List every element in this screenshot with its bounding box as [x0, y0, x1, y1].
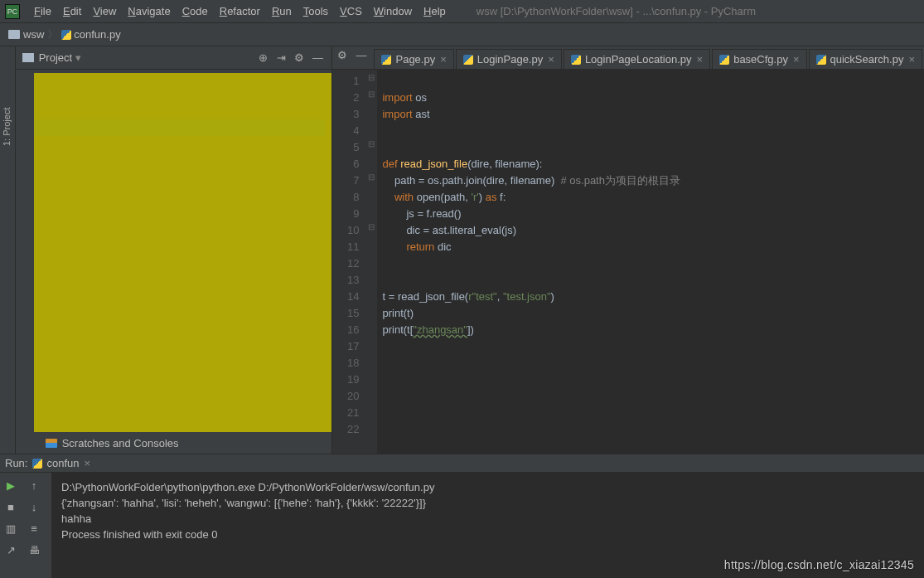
menu-help[interactable]: Help: [418, 5, 452, 17]
menubar: PC FileEditViewNavigateCodeRefactorRunTo…: [0, 0, 924, 23]
gear-icon[interactable]: ⚙: [292, 51, 307, 64]
python-file-icon: [719, 55, 729, 65]
collapse-icon[interactable]: ⇥: [273, 51, 288, 64]
code-area[interactable]: import os import ast def read_json_file(…: [377, 70, 924, 454]
menu-refactor[interactable]: Refactor: [214, 5, 266, 17]
tree-blurred-content: [34, 73, 332, 432]
step-up-icon[interactable]: ↑: [27, 478, 41, 493]
folder-icon: [22, 53, 34, 62]
python-file-icon: [463, 55, 473, 65]
close-icon[interactable]: ×: [85, 457, 91, 469]
project-tool-tab[interactable]: 1: Project: [2, 108, 12, 146]
gear-icon[interactable]: ⚙: [337, 49, 351, 61]
menu-vcs[interactable]: VCS: [334, 5, 368, 17]
hide-icon[interactable]: —: [310, 51, 325, 64]
python-file-icon: [61, 30, 71, 40]
editor-body[interactable]: 12345678910111213141516171819202122 ⊟⊟⊟⊟…: [332, 70, 924, 454]
watermark: https://blog.csdn.net/c_xiazai12345: [724, 558, 914, 571]
project-panel: Project ▾ ⊕ ⇥ ⚙ — Scratches and Consoles: [16, 46, 333, 454]
project-tree[interactable]: [16, 70, 332, 432]
stop-icon[interactable]: ■: [3, 499, 18, 514]
rerun-icon[interactable]: ▶: [3, 478, 18, 493]
window-title: wsw [D:\PythonWorkFolder\wsw] - ...\conf…: [477, 5, 756, 17]
python-file-icon: [571, 55, 581, 65]
export-icon[interactable]: ↗: [3, 542, 18, 557]
run-tab[interactable]: confun ×: [27, 457, 95, 469]
breadcrumb-file[interactable]: confun.py: [74, 28, 120, 41]
minimize-icon[interactable]: —: [356, 49, 369, 61]
run-toolbar: Run: confun ×: [0, 454, 924, 472]
tab-quicksearch[interactable]: quickSearch.py×: [809, 49, 922, 69]
close-icon[interactable]: ×: [440, 53, 447, 66]
editor-area: ⚙ — Page.py×LoginPage.py×LoginPageLocati…: [332, 46, 924, 454]
step-down-icon[interactable]: ↓: [27, 499, 41, 514]
tab-page[interactable]: Page.py×: [374, 49, 453, 69]
python-file-icon: [381, 55, 391, 65]
run-tools: ▶ ↑ ■ ↓ ▥ ≡ ↗ 🖶: [0, 473, 51, 578]
print-icon[interactable]: 🖶: [27, 542, 41, 557]
editor-tabs: ⚙ — Page.py×LoginPage.py×LoginPageLocati…: [332, 46, 924, 70]
tab-loginpagelocation[interactable]: LoginPageLocation.py×: [564, 49, 710, 69]
close-icon[interactable]: ×: [697, 53, 704, 66]
scratches-icon: [46, 439, 57, 448]
left-tool-strip[interactable]: 1: Project: [0, 46, 16, 454]
run-label: Run:: [5, 457, 27, 469]
python-file-icon: [32, 459, 42, 469]
menu-tools[interactable]: Tools: [298, 5, 334, 17]
menu-navigate[interactable]: Navigate: [122, 5, 176, 17]
menu-file[interactable]: File: [28, 5, 57, 17]
close-icon[interactable]: ×: [908, 53, 915, 66]
chevron-down-icon[interactable]: ▾: [75, 51, 81, 64]
project-panel-header: Project ▾ ⊕ ⇥ ⚙ —: [16, 46, 332, 70]
python-file-icon: [816, 55, 826, 65]
folder-icon: [8, 30, 20, 39]
close-icon[interactable]: ×: [793, 53, 800, 66]
locate-icon[interactable]: ⊕: [255, 51, 270, 64]
tab-loginpage[interactable]: LoginPage.py×: [456, 49, 562, 69]
filter-icon[interactable]: ≡: [27, 521, 41, 536]
breadcrumb-folder[interactable]: wsw: [23, 28, 44, 41]
breadcrumb: wsw 〉 confun.py: [0, 23, 924, 46]
menu-view[interactable]: View: [87, 5, 122, 17]
menu-window[interactable]: Window: [368, 5, 418, 17]
tab-basecfg[interactable]: baseCfg.py×: [712, 49, 806, 69]
menu-edit[interactable]: Edit: [57, 5, 87, 17]
layout-icon[interactable]: ▥: [3, 521, 18, 536]
close-icon[interactable]: ×: [548, 53, 554, 66]
menu-run[interactable]: Run: [266, 5, 298, 17]
project-panel-title[interactable]: Project: [39, 51, 72, 64]
gutter[interactable]: 12345678910111213141516171819202122: [332, 70, 365, 454]
pycharm-logo-icon: PC: [5, 4, 20, 19]
scratches-item[interactable]: Scratches and Consoles: [16, 432, 332, 454]
fold-column[interactable]: ⊟⊟⊟⊟⊟: [365, 70, 377, 454]
chevron-right-icon: 〉: [47, 27, 58, 42]
menu-code[interactable]: Code: [177, 5, 214, 17]
